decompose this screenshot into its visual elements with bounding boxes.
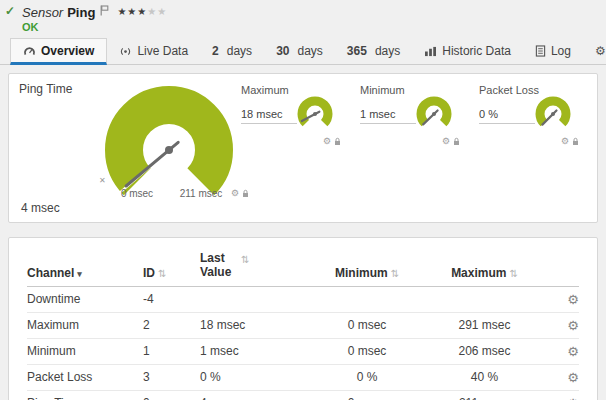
channel-name: Downtime — [27, 286, 137, 312]
column-header-actions — [542, 250, 579, 286]
tab-log[interactable]: Log — [523, 38, 583, 64]
tab-label: days — [297, 44, 322, 58]
channel-maximum: 206 msec — [427, 338, 542, 364]
gear-icon[interactable]: ⚙ — [561, 136, 569, 146]
channel-minimum: 0 msec — [307, 390, 427, 400]
channel-id: 1 — [137, 338, 192, 364]
lock-icon[interactable] — [334, 137, 341, 146]
object-kind-label: Sensor — [22, 5, 63, 20]
channel-maximum: 211 msec — [427, 390, 542, 400]
channel-last-value: 18 msec — [192, 312, 307, 338]
column-header-maximum[interactable]: Maximum⇅ — [427, 250, 542, 286]
mini-gauge-value: 1 msec — [360, 108, 416, 124]
channel-settings-button[interactable]: ⚙ — [567, 370, 579, 385]
column-label: Last Value — [200, 252, 238, 280]
column-label: Maximum — [451, 266, 506, 280]
table-row-downtime: Downtime -4 ⚙ — [27, 286, 579, 312]
channel-id: -4 — [137, 286, 192, 312]
stars-empty: ★★ — [147, 6, 167, 17]
channel-name: Minimum — [27, 338, 137, 364]
tab-live-data[interactable]: Live Data — [107, 38, 200, 64]
tab-label: Live Data — [137, 44, 188, 58]
column-header-id[interactable]: ID⇅ — [137, 250, 192, 286]
channel-name: Maximum — [27, 312, 137, 338]
channel-settings-button[interactable]: ⚙ — [567, 292, 579, 307]
channel-maximum: 40 % — [427, 364, 542, 390]
channel-minimum: 0 msec — [307, 312, 427, 338]
gear-icon[interactable]: ⚙ — [231, 188, 239, 198]
panel-title-ping-time: Ping Time — [19, 82, 72, 96]
stars-filled: ★★★ — [117, 6, 147, 17]
mini-gauge-maximum: Maximum 18 msec ⚙ — [241, 84, 347, 146]
sort-icon: ⇅ — [509, 268, 517, 279]
column-header-minimum[interactable]: Minimum⇅ — [307, 250, 427, 286]
channel-table: Channel▾ ID⇅ Last Value⇅ Minimum⇅ Maximu… — [27, 250, 579, 400]
gauge-arc — [531, 96, 575, 132]
tab-label: days — [227, 44, 252, 58]
sort-icon: ⇅ — [158, 268, 166, 279]
gauge-arc — [293, 96, 337, 132]
column-header-last-value[interactable]: Last Value⇅ — [192, 250, 307, 286]
channel-maximum: 291 msec — [427, 312, 542, 338]
gear-icon[interactable]: ⚙ — [323, 136, 331, 146]
ping-time-gauge: ✕ 0 msec 211 msec ⚙ — [79, 84, 259, 214]
channel-id: 2 — [137, 312, 192, 338]
status-badge: OK — [22, 21, 596, 33]
tab-day-count: 30 — [276, 44, 289, 58]
tab-label: Overview — [41, 44, 94, 58]
channel-name: Packet Loss — [27, 364, 137, 390]
channel-settings-button[interactable]: ⚙ — [567, 344, 579, 359]
channel-settings-button[interactable]: ⚙ — [567, 396, 579, 400]
tab-overview[interactable]: Overview — [10, 38, 107, 65]
lock-icon[interactable] — [242, 189, 249, 198]
sort-icon: ⇅ — [391, 268, 399, 279]
lock-icon[interactable] — [453, 137, 460, 146]
log-document-icon — [535, 45, 546, 57]
channel-id: 3 — [137, 364, 192, 390]
column-header-channel[interactable]: Channel▾ — [27, 250, 137, 286]
current-value: 4 msec — [21, 201, 60, 215]
tab-label: days — [375, 44, 400, 58]
tab-day-count: 365 — [347, 44, 367, 58]
mini-gauge-value: 18 msec — [241, 108, 297, 124]
mini-gauge-minimum: Minimum 1 msec ⚙ — [360, 84, 466, 146]
mini-gauge-value: 0 % — [479, 108, 535, 124]
table-row-ping-time: Ping Time 0 4 msec 0 msec 211 msec ⚙ — [27, 390, 579, 400]
live-signal-icon — [119, 46, 132, 57]
gauge-scale-max: 211 msec — [173, 188, 229, 199]
channel-maximum — [427, 286, 542, 312]
mini-gauges: Maximum 18 msec ⚙ Minimum 1 msec — [241, 84, 585, 146]
sort-icon: ⇅ — [241, 254, 249, 265]
flag-icon[interactable] — [100, 5, 109, 16]
bar-chart-icon — [424, 46, 437, 57]
lock-icon[interactable] — [572, 137, 579, 146]
channel-minimum: 0 % — [307, 364, 427, 390]
channel-name: Ping Time — [27, 390, 137, 400]
tab-label: Log — [551, 44, 571, 58]
tab-settings[interactable]: ⚙ Settings — [583, 38, 606, 64]
tab-2-days[interactable]: 2 days — [200, 38, 264, 64]
table-header-row: Channel▾ ID⇅ Last Value⇅ Minimum⇅ Maximu… — [27, 250, 579, 286]
gear-icon[interactable]: ⚙ — [442, 136, 450, 146]
gear-icon: ⚙ — [595, 45, 606, 57]
channel-id: 0 — [137, 390, 192, 400]
gauge-arc — [412, 96, 456, 132]
channel-last-value: 0 % — [192, 364, 307, 390]
tab-historic-data[interactable]: Historic Data — [412, 38, 523, 64]
mini-gauge-label: Maximum — [241, 84, 347, 96]
channel-last-value — [192, 286, 307, 312]
page-title: Ping — [67, 5, 95, 20]
gauge-arc — [79, 84, 259, 204]
tab-365-days[interactable]: 365 days — [335, 38, 412, 64]
tab-day-count: 2 — [212, 44, 219, 58]
sensor-header: ✓ Sensor Ping ★★★★★ OK — [0, 0, 606, 38]
column-label: Minimum — [335, 266, 388, 280]
pin-icon: ✕ — [99, 176, 106, 185]
tab-label: Historic Data — [442, 44, 511, 58]
channel-last-value: 1 msec — [192, 338, 307, 364]
mini-gauge-label: Packet Loss — [479, 84, 585, 96]
gauge-icon — [23, 45, 36, 56]
channel-settings-button[interactable]: ⚙ — [567, 318, 579, 333]
priority-stars[interactable]: ★★★★★ — [117, 6, 167, 17]
tab-30-days[interactable]: 30 days — [264, 38, 335, 64]
